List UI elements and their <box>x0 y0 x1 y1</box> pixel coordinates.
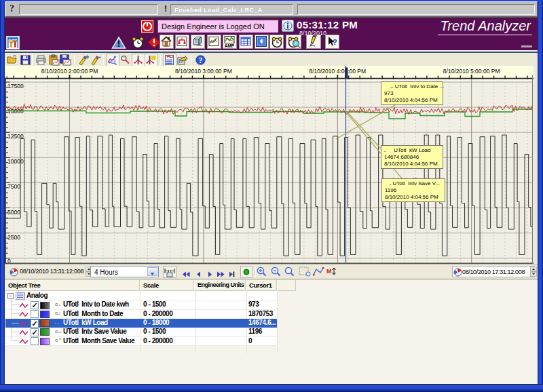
svg-text:8/10/2010 5:00:00 PM: 8/10/2010 5:00:00 PM <box>443 68 500 75</box>
svg-text:0: 0 <box>7 258 11 264</box>
svg-text:8/10/2010 3:00:00 PM: 8/10/2010 3:00:00 PM <box>175 68 232 75</box>
svg-text:M: M <box>326 268 332 275</box>
svg-text:8/10/2010 4:00:00 PM: 8/10/2010 4:00:00 PM <box>309 68 366 75</box>
svg-text:?: ? <box>199 56 203 65</box>
svg-text:5000: 5000 <box>7 209 20 216</box>
svg-text:7500: 7500 <box>7 183 20 190</box>
svg-text:8/10/2010 2:00:00 PM: 8/10/2010 2:00:00 PM <box>41 68 98 75</box>
svg-text:17500: 17500 <box>7 83 24 90</box>
svg-text:2500: 2500 <box>7 234 20 241</box>
svg-text:AMP: AMP <box>225 43 235 48</box>
svg-text:10000: 10000 <box>7 158 24 165</box>
svg-text:?: ? <box>333 38 337 46</box>
